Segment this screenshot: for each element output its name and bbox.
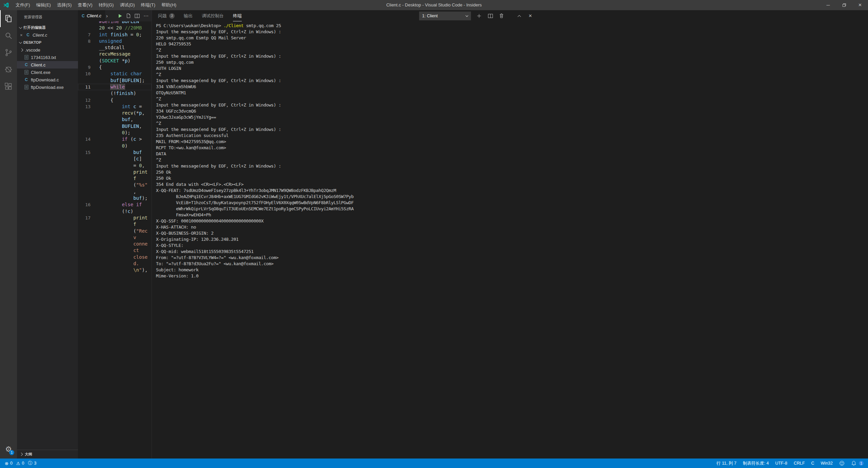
- code-row[interactable]: 0): [78, 143, 152, 149]
- code-row[interactable]: 20 << 20 //20MB: [78, 25, 152, 31]
- source-control-icon[interactable]: [0, 44, 17, 61]
- search-icon[interactable]: [0, 27, 17, 44]
- menu-debug[interactable]: 调试(D): [117, 0, 138, 10]
- feedback-smiley-icon[interactable]: [839, 461, 845, 466]
- code-row[interactable]: 10 static char: [78, 71, 152, 77]
- file-item-client-exe[interactable]: Client.exe: [17, 69, 78, 76]
- menu-edit[interactable]: 编辑(E): [33, 0, 54, 10]
- code-row[interactable]: #define BUFLEN: [78, 21, 152, 25]
- code-row[interactable]: recv(*p,: [78, 110, 152, 116]
- code-row[interactable]: conne: [78, 241, 152, 247]
- code-row[interactable]: = 0,: [78, 162, 152, 169]
- code-row[interactable]: 13 int c =: [78, 103, 152, 110]
- code-row[interactable]: print: [78, 169, 152, 175]
- menu-view[interactable]: 查看(V): [75, 0, 95, 10]
- menu-file[interactable]: 文件(F): [13, 0, 33, 10]
- code-row[interactable]: ("%s": [78, 182, 152, 188]
- document-action-icon[interactable]: [126, 13, 131, 18]
- code-row[interactable]: (!finish): [78, 90, 152, 97]
- status-language[interactable]: C: [811, 461, 814, 466]
- file-item-txt[interactable]: 17341163.txt: [17, 54, 78, 61]
- split-editor-icon[interactable]: [135, 14, 140, 18]
- code-row[interactable]: BUFLEN,: [78, 123, 152, 130]
- code-row[interactable]: 0);: [78, 130, 152, 136]
- folder-section-header[interactable]: DESKTOP: [17, 39, 78, 46]
- split-terminal-icon[interactable]: [487, 13, 493, 19]
- code-text: (!finish): [99, 90, 136, 97]
- close-panel-icon[interactable]: ×: [527, 13, 533, 19]
- close-button[interactable]: ×: [852, 0, 868, 10]
- maximize-panel-icon[interactable]: [516, 13, 522, 19]
- code-row[interactable]: 7int finish = 0;: [78, 32, 152, 38]
- menu-go[interactable]: 转到(G): [96, 0, 117, 10]
- sidebar-title: 资源管理器: [17, 10, 78, 24]
- code-row[interactable]: buf);: [78, 195, 152, 201]
- line-number: [78, 189, 99, 195]
- terminal-picker[interactable]: 1: Client: [419, 12, 471, 20]
- status-line-col[interactable]: 行 11, 列 7: [716, 461, 736, 466]
- terminal-line: ^Z: [156, 120, 865, 126]
- run-code-icon[interactable]: [118, 14, 122, 18]
- code-row[interactable]: 16 else if: [78, 201, 152, 208]
- code-row[interactable]: recvMessage: [78, 51, 152, 57]
- file-item-client-c[interactable]: C Client.c: [17, 61, 78, 69]
- tab-terminal[interactable]: 终端: [233, 10, 242, 21]
- code-row[interactable]: (SOCKET *p): [78, 58, 152, 64]
- code-row[interactable]: d.: [78, 260, 152, 267]
- code-row[interactable]: buf[BUFLEN];: [78, 77, 152, 84]
- menu-terminal[interactable]: 终端(T): [138, 0, 158, 10]
- explorer-icon[interactable]: [0, 10, 17, 27]
- code-row[interactable]: ("Rec: [78, 228, 152, 234]
- terminal-line: 250 Ok: [156, 169, 865, 175]
- settings-gear-icon[interactable]: ⚙ 1: [0, 445, 17, 454]
- code-row[interactable]: f: [78, 221, 152, 228]
- minimize-button[interactable]: ─: [820, 0, 836, 10]
- code-row[interactable]: 12 {: [78, 97, 152, 103]
- notifications-bell-icon[interactable]: 1: [851, 461, 864, 466]
- menu-selection[interactable]: 选择(S): [54, 0, 75, 10]
- tab-client-c[interactable]: C Client.c: [78, 10, 105, 21]
- status-problems[interactable]: ⊗ 0 ⚠ 0 ⓘ 3: [5, 460, 36, 466]
- status-platform[interactable]: Win32: [821, 461, 833, 466]
- code-row[interactable]: __stdcall: [78, 44, 152, 51]
- new-terminal-icon[interactable]: [476, 13, 482, 19]
- more-actions-icon[interactable]: ⋯: [143, 13, 149, 19]
- terminal-output[interactable]: PS C:\Users\wukan\Desktop> ./Client smtp…: [156, 23, 865, 459]
- code-row[interactable]: ,: [78, 189, 152, 195]
- status-eol[interactable]: CRLF: [794, 461, 805, 466]
- restore-button[interactable]: [836, 0, 852, 10]
- code-row[interactable]: 14 if (c >: [78, 136, 152, 142]
- binary-file-icon: [24, 85, 29, 90]
- open-editors-header[interactable]: 打开的编辑器: [17, 24, 78, 31]
- code-row[interactable]: 11 while: [78, 84, 152, 90]
- file-item-ftpdownload-c[interactable]: C ftpDownload.c: [17, 76, 78, 83]
- open-editor-item[interactable]: × C Client.c: [17, 31, 78, 39]
- tab-debug-console[interactable]: 调试控制台: [202, 10, 224, 21]
- code-row[interactable]: buf,: [78, 116, 152, 123]
- code-row[interactable]: 17 print: [78, 215, 152, 221]
- tab-problems[interactable]: 问题 3: [158, 10, 175, 21]
- code-row[interactable]: 8unsigned: [78, 38, 152, 44]
- code-row[interactable]: ct: [78, 247, 152, 254]
- code-row[interactable]: v: [78, 234, 152, 241]
- close-editor-icon[interactable]: ×: [20, 33, 25, 38]
- debug-icon[interactable]: [0, 61, 17, 78]
- file-item-ftpdownload-exe[interactable]: ftpDownload.exe: [17, 83, 78, 91]
- code-row[interactable]: 9{: [78, 64, 152, 71]
- extensions-icon[interactable]: [0, 78, 17, 95]
- code-row[interactable]: f: [78, 175, 152, 182]
- code-row[interactable]: [c]: [78, 156, 152, 162]
- code-row[interactable]: (!c): [78, 208, 152, 215]
- kill-terminal-trash-icon[interactable]: [498, 13, 505, 19]
- outline-section-header[interactable]: 大纲: [17, 450, 78, 459]
- status-tab-size[interactable]: 制表符长度: 4: [743, 461, 769, 466]
- code-row[interactable]: \n"),: [78, 267, 152, 273]
- tab-output[interactable]: 输出: [184, 10, 193, 21]
- file-item-vscode[interactable]: .vscode: [17, 46, 78, 54]
- code-row[interactable]: close: [78, 254, 152, 260]
- status-encoding[interactable]: UTF-8: [775, 461, 787, 466]
- editor-code[interactable]: #define BUFLEN20 << 20 //20MB7int finish…: [78, 21, 152, 459]
- code-row[interactable]: 15 buf: [78, 149, 152, 156]
- code-text: (!c): [99, 208, 133, 215]
- menu-help[interactable]: 帮助(H): [158, 0, 179, 10]
